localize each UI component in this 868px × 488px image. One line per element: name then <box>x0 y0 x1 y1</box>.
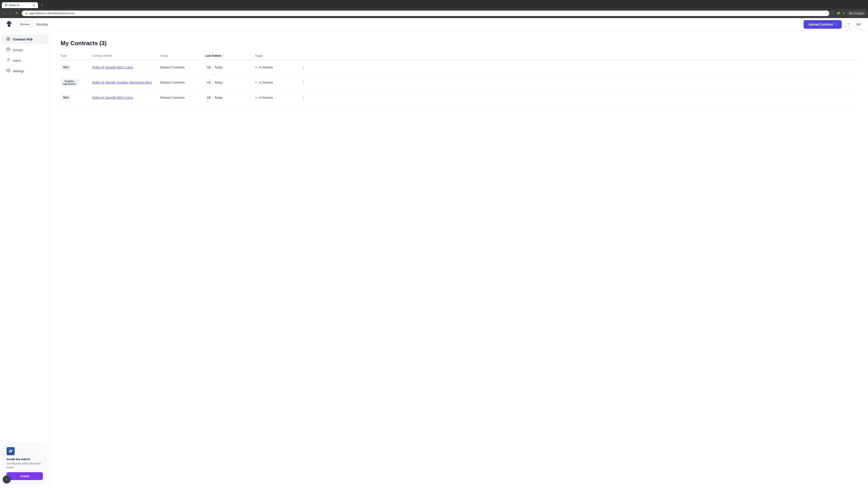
col-stage: Stage <box>255 54 300 57</box>
bottom-help-button[interactable] <box>3 475 11 484</box>
content-area: My Contracts (3) Type Contract Name Grou… <box>50 31 868 488</box>
svg-rect-5 <box>9 48 10 49</box>
col-group: Group <box>160 54 205 57</box>
edit-icon-1: ✏ <box>255 66 258 69</box>
more-button-2[interactable]: ⋮ <box>300 79 307 86</box>
more-cell-2: ⋮ <box>300 79 309 86</box>
org-name: Moodjoy <box>36 23 49 26</box>
svg-rect-4 <box>7 48 8 49</box>
svg-rect-6 <box>7 50 8 51</box>
svg-point-1 <box>8 25 10 27</box>
sidebar-item-users[interactable]: Users <box>2 56 48 65</box>
type-badge-1: NDA <box>61 64 71 70</box>
stage-cell-2: ✏ In Review <box>255 80 300 84</box>
table-header: Type Contract Name Group Last Edited ↑ S… <box>61 54 857 60</box>
contract-name-cell-1: Robin AI Sample NDA 1.docx <box>92 65 160 69</box>
download-icon[interactable]: ⬇ <box>842 11 845 15</box>
stage-text-3: In Review <box>259 96 273 99</box>
settings-icon <box>6 68 10 74</box>
col-last-edited[interactable]: Last Edited ↑ <box>205 54 255 57</box>
sidebar-item-groups[interactable]: Groups <box>2 45 48 55</box>
col-type: Type <box>61 54 92 57</box>
col-contract-name: Contract Name <box>92 54 160 57</box>
group-cell-1: Shared Contracts <box>160 66 205 69</box>
back-button[interactable]: ‹ <box>3 10 6 16</box>
stage-cell-3: ✏ In Review <box>255 96 300 99</box>
sidebar-users-label: Users <box>13 59 21 62</box>
last-edited-text-1: Today <box>214 66 223 69</box>
upload-icon: ↑ <box>835 22 837 26</box>
reload-button[interactable]: ↻ <box>14 10 20 16</box>
edit-icon-2: ✏ <box>255 80 258 84</box>
sidebar-groups-label: Groups <box>13 48 23 52</box>
addon-description: Get Reports within Microsoft Word! <box>6 462 43 469</box>
svg-point-8 <box>8 59 9 60</box>
app-container: Review Moodjoy Upload Contract ↑ ? LD Co… <box>0 18 868 488</box>
last-edited-cell-1: LD Today <box>205 64 255 71</box>
app-header: Review Moodjoy Upload Contract ↑ ? LD <box>0 18 868 31</box>
tab-close-button[interactable]: ✕ <box>33 4 35 7</box>
contract-link-1[interactable]: Robin AI Sample NDA 1.docx <box>92 66 133 69</box>
bookmark-icon[interactable]: ☆ <box>831 11 834 15</box>
svg-point-2 <box>7 22 8 23</box>
nav-actions: ☆ 🧩 ⬇ 🕵 Incognito <box>831 11 865 15</box>
groups-icon <box>6 47 10 53</box>
review-button[interactable]: Review <box>16 21 34 28</box>
addon-install-button[interactable]: Install <box>6 472 43 480</box>
incognito-label: Incognito <box>853 12 864 15</box>
sidebar-item-settings[interactable]: Settings <box>2 66 48 76</box>
users-icon <box>6 58 10 63</box>
tab-title: Robin AI <box>9 4 31 7</box>
nav-bar: ‹ › ↻ 🔒 app.robinai.co.uk/review/contrac… <box>0 9 868 18</box>
user-avatar[interactable]: LD <box>855 20 863 29</box>
stage-cell-1: ✏ In Review <box>255 66 300 69</box>
table-row: NDA Robin AI Sample NDA 1.docx Shared Co… <box>61 60 857 75</box>
type-cell-2: SupplierAgreement <box>61 78 92 87</box>
table-row: SupplierAgreement Robin AI Sample Suppli… <box>61 75 857 90</box>
type-badge-3: NDA <box>61 95 71 101</box>
extensions-icon[interactable]: 🧩 <box>836 11 840 15</box>
last-edited-cell-2: LD Today <box>205 79 255 86</box>
help-button[interactable]: ? <box>844 20 852 29</box>
tab-favicon: 🐦 <box>4 4 8 7</box>
last-edited-cell-3: LD Today <box>205 94 255 101</box>
edit-icon-3: ✏ <box>255 96 258 99</box>
app-logo <box>5 21 13 28</box>
editor-avatar-1: LD <box>205 64 213 71</box>
last-edited-text-2: Today <box>214 80 223 84</box>
address-bar[interactable]: 🔒 app.robinai.co.uk/review/contract-hub <box>22 11 830 16</box>
editor-avatar-2: LD <box>205 79 213 86</box>
contracts-table: Type Contract Name Group Last Edited ↑ S… <box>61 54 857 105</box>
incognito-badge: 🕵 Incognito <box>847 11 865 15</box>
forward-button[interactable]: › <box>8 10 12 16</box>
more-cell-3: ⋮ <box>300 94 309 101</box>
last-edited-text-3: Today <box>214 96 223 99</box>
upload-contract-button[interactable]: Upload Contract ↑ <box>804 20 842 29</box>
word-icon: W <box>6 447 15 455</box>
contract-link-3[interactable]: Robin AI Sample NDA 2.docx <box>92 96 133 99</box>
group-cell-2: Shared Contracts <box>160 80 205 84</box>
type-cell-3: NDA <box>61 95 92 101</box>
type-cell-1: NDA <box>61 64 92 70</box>
addon-title: Install the Add-in <box>6 457 43 461</box>
lock-icon: 🔒 <box>25 12 28 15</box>
browser-chrome: 🐦 Robin AI ✕ + ‹ › ↻ 🔒 app.robinai.co.uk… <box>0 0 868 18</box>
more-button-3[interactable]: ⋮ <box>300 94 307 101</box>
more-cell-1: ⋮ <box>300 64 309 71</box>
active-tab[interactable]: 🐦 Robin AI ✕ <box>2 2 38 8</box>
new-tab-button[interactable]: + <box>39 1 45 9</box>
more-button-1[interactable]: ⋮ <box>300 64 307 71</box>
contract-name-cell-2: Robin AI Sample Supplier Agreement.docx <box>92 80 160 85</box>
editor-avatar-3: LD <box>205 94 213 101</box>
home-icon <box>6 37 10 42</box>
sort-ascending-icon: ↑ <box>222 54 223 57</box>
col-actions <box>300 54 309 57</box>
sidebar: Contract Hub Groups <box>0 31 50 488</box>
main-layout: Contract Hub Groups <box>0 31 868 488</box>
contract-link-2[interactable]: Robin AI Sample Supplier Agreement.docx <box>92 80 152 84</box>
sidebar-item-contract-hub[interactable]: Contract Hub <box>2 34 48 44</box>
help-icon: ? <box>848 22 850 26</box>
stage-text-1: In Review <box>259 66 273 69</box>
upload-contract-label: Upload Contract <box>809 23 833 26</box>
incognito-icon: 🕵 <box>849 12 852 15</box>
